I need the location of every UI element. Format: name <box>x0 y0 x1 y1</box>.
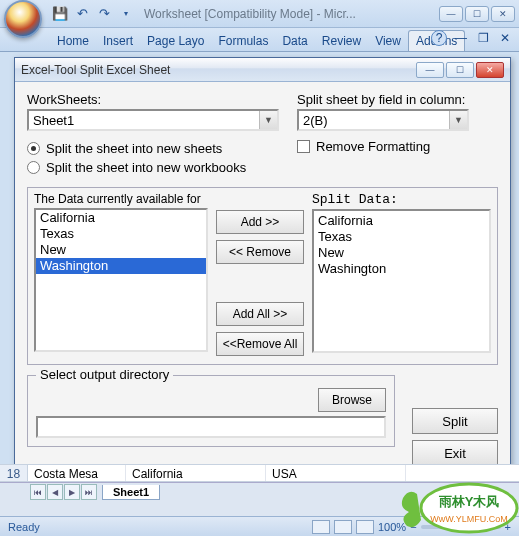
tab-insert[interactable]: Insert <box>96 31 140 51</box>
radio-icon <box>27 161 40 174</box>
status-bar: Ready 100% − + <box>0 516 519 536</box>
list-item[interactable]: New <box>36 242 206 258</box>
dialog-titlebar[interactable]: Excel-Tool Split Excel Sheet — ☐ ✕ <box>15 58 510 82</box>
output-directory-group: Select output directory Browse <box>27 375 395 447</box>
window-title: Worksheet [Compatibility Mode] - Micr... <box>144 7 439 21</box>
tab-page-layout[interactable]: Page Layo <box>140 31 211 51</box>
split-data-listbox[interactable]: California Texas New Washington <box>312 209 491 353</box>
dialog-close-button[interactable]: ✕ <box>476 62 504 78</box>
zoom-out-icon[interactable]: − <box>410 521 416 533</box>
remove-formatting-checkbox[interactable]: Remove Formatting <box>297 139 469 154</box>
output-path-field[interactable] <box>36 416 386 438</box>
cell[interactable]: California <box>126 465 266 481</box>
zoom-level[interactable]: 100% <box>378 521 406 533</box>
list-item[interactable]: Texas <box>318 229 485 245</box>
split-column-value: 2(B) <box>303 113 328 128</box>
exit-button[interactable]: Exit <box>412 440 498 466</box>
tab-data[interactable]: Data <box>275 31 314 51</box>
split-dialog: Excel-Tool Split Excel Sheet — ☐ ✕ WorkS… <box>14 57 511 477</box>
maximize-button[interactable]: ☐ <box>465 6 489 22</box>
add-all-button[interactable]: Add All >> <box>216 302 304 326</box>
output-legend: Select output directory <box>36 367 173 382</box>
browse-button[interactable]: Browse <box>318 388 386 412</box>
list-item[interactable]: Washington <box>36 258 206 274</box>
redo-icon[interactable]: ↷ <box>96 6 112 22</box>
split-column-combo[interactable]: 2(B) ▼ <box>297 109 469 131</box>
save-icon[interactable]: 💾 <box>52 6 68 22</box>
minimize-button[interactable]: — <box>439 6 463 22</box>
remove-all-button[interactable]: <<Remove All <box>216 332 304 356</box>
quick-access-toolbar: 💾 ↶ ↷ ▾ <box>52 6 134 22</box>
checkbox-icon <box>297 140 310 153</box>
tab-first-icon[interactable]: ⏮ <box>30 484 46 500</box>
doc-minimize-icon[interactable]: — <box>453 30 469 46</box>
split-button[interactable]: Split <box>412 408 498 434</box>
list-item[interactable]: Texas <box>36 226 206 242</box>
tab-last-icon[interactable]: ⏭ <box>81 484 97 500</box>
available-listbox[interactable]: California Texas New Washington <box>34 208 208 352</box>
add-button[interactable]: Add >> <box>216 210 304 234</box>
doc-restore-icon[interactable]: ❐ <box>475 30 491 46</box>
status-ready: Ready <box>8 521 40 533</box>
tab-review[interactable]: Review <box>315 31 368 51</box>
tab-prev-icon[interactable]: ◀ <box>47 484 63 500</box>
remove-button[interactable]: << Remove <box>216 240 304 264</box>
zoom-slider[interactable] <box>421 525 501 529</box>
page-layout-view-icon[interactable] <box>334 520 352 534</box>
tab-home[interactable]: Home <box>50 31 96 51</box>
titlebar: 💾 ↶ ↷ ▾ Worksheet [Compatibility Mode] -… <box>0 0 519 28</box>
worksheets-label: WorkSheets: <box>27 92 279 107</box>
radio-new-sheets[interactable]: Split the sheet into new sheets <box>27 141 279 156</box>
worksheets-value: Sheet1 <box>33 113 74 128</box>
undo-icon[interactable]: ↶ <box>74 6 90 22</box>
cell[interactable]: Costa Mesa <box>28 465 126 481</box>
help-icon[interactable]: ? <box>431 30 447 46</box>
split-column-label: Split sheet by field in column: <box>297 92 469 107</box>
dialog-minimize-button[interactable]: — <box>416 62 444 78</box>
cell[interactable]: USA <box>266 465 406 481</box>
list-item[interactable]: Washington <box>318 261 485 277</box>
page-break-view-icon[interactable] <box>356 520 374 534</box>
dialog-maximize-button[interactable]: ☐ <box>446 62 474 78</box>
sheet-tab-bar: ⏮ ◀ ▶ ⏭ Sheet1 <box>0 482 519 516</box>
split-data-label: Split Data: <box>312 192 491 207</box>
data-transfer-area: The Data currently available for Califor… <box>27 187 498 365</box>
available-label: The Data currently available for <box>34 192 208 206</box>
radio-new-workbooks[interactable]: Split the sheet into new workbooks <box>27 160 279 175</box>
doc-close-icon[interactable]: ✕ <box>497 30 513 46</box>
list-item[interactable]: New <box>318 245 485 261</box>
zoom-in-icon[interactable]: + <box>505 521 511 533</box>
office-button[interactable] <box>4 0 42 38</box>
row-number[interactable]: 18 <box>0 465 28 481</box>
close-button[interactable]: ✕ <box>491 6 515 22</box>
sheet-tab[interactable]: Sheet1 <box>102 485 160 500</box>
qat-dropdown-icon[interactable]: ▾ <box>118 6 134 22</box>
tab-next-icon[interactable]: ▶ <box>64 484 80 500</box>
tab-view[interactable]: View <box>368 31 408 51</box>
list-item[interactable]: California <box>36 210 206 226</box>
dialog-title: Excel-Tool Split Excel Sheet <box>21 63 416 77</box>
worksheets-combo[interactable]: Sheet1 ▼ <box>27 109 279 131</box>
radio-icon <box>27 142 40 155</box>
chevron-down-icon[interactable]: ▼ <box>449 111 467 129</box>
chevron-down-icon[interactable]: ▼ <box>259 111 277 129</box>
grid-row: 18 Costa Mesa California USA <box>0 464 519 482</box>
normal-view-icon[interactable] <box>312 520 330 534</box>
list-item[interactable]: California <box>318 213 485 229</box>
tab-formulas[interactable]: Formulas <box>211 31 275 51</box>
